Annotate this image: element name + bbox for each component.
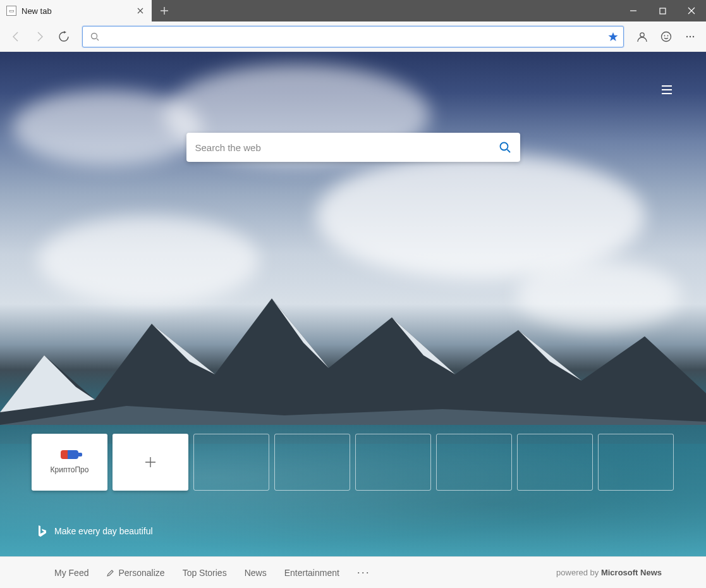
- minimize-button[interactable]: [619, 0, 648, 21]
- feed-link-personalize[interactable]: Personalize: [106, 568, 164, 578]
- svg-point-3: [662, 32, 671, 41]
- web-search-input[interactable]: [195, 142, 492, 153]
- plus-icon: [143, 455, 157, 469]
- svg-point-5: [667, 35, 669, 36]
- powered-by-prefix: powered by: [556, 568, 601, 577]
- bing-logo-icon: [37, 525, 47, 537]
- address-bar[interactable]: [82, 26, 624, 47]
- empty-tile[interactable]: [517, 434, 593, 491]
- svg-point-2: [640, 32, 644, 36]
- maximize-button[interactable]: [648, 0, 677, 21]
- personalize-label: Personalize: [118, 568, 164, 578]
- profile-button[interactable]: [631, 26, 653, 47]
- powered-by-brand: Microsoft News: [601, 568, 662, 577]
- settings-menu-button[interactable]: [679, 26, 701, 47]
- feed-link-myfeed[interactable]: My Feed: [54, 568, 88, 578]
- tab-title: New tab: [21, 6, 134, 16]
- decorative-cloud: [13, 90, 202, 166]
- pencil-icon: [106, 569, 114, 577]
- add-site-tile[interactable]: [113, 434, 188, 491]
- titlebar-drag-region[interactable]: [177, 0, 619, 21]
- favorite-star-icon[interactable]: [608, 32, 618, 42]
- new-tab-page: КриптоПро Make every day beautiful: [0, 52, 706, 556]
- browser-toolbar: [0, 21, 706, 52]
- feed-link-news[interactable]: News: [245, 568, 267, 578]
- forward-button[interactable]: [29, 26, 51, 47]
- new-tab-button[interactable]: [152, 0, 177, 21]
- bing-motto[interactable]: Make every day beautiful: [37, 525, 153, 537]
- feed-link-topstories[interactable]: Top Stories: [183, 568, 227, 578]
- empty-tile[interactable]: [598, 434, 674, 491]
- browser-tab[interactable]: ▭ New tab: [0, 0, 152, 21]
- svg-point-7: [690, 35, 691, 37]
- svg-point-4: [664, 35, 666, 36]
- empty-tile[interactable]: [274, 434, 350, 491]
- empty-tile[interactable]: [436, 434, 512, 491]
- empty-tile[interactable]: [193, 434, 269, 491]
- titlebar: ▭ New tab: [0, 0, 706, 21]
- close-tab-button[interactable]: [134, 4, 147, 17]
- site-favicon: [61, 450, 78, 459]
- svg-point-1: [92, 33, 97, 39]
- tile-label: КриптоПро: [51, 465, 89, 474]
- address-input[interactable]: [104, 32, 608, 42]
- back-button[interactable]: [5, 26, 27, 47]
- svg-point-8: [693, 35, 694, 37]
- web-search-box[interactable]: [186, 133, 520, 162]
- svg-point-9: [500, 143, 508, 150]
- feed-footer: My Feed Personalize Top Stories News Ent…: [0, 556, 706, 588]
- motto-text: Make every day beautiful: [54, 526, 153, 536]
- top-site-tile[interactable]: КриптоПро: [32, 434, 107, 491]
- page-settings-button[interactable]: [658, 81, 676, 99]
- top-sites-row: КриптоПро: [32, 434, 674, 491]
- tab-favicon: ▭: [6, 6, 16, 16]
- svg-rect-0: [660, 8, 666, 14]
- decorative-mountains: [0, 279, 706, 444]
- feed-more-button[interactable]: ···: [357, 566, 370, 579]
- empty-tile[interactable]: [355, 434, 431, 491]
- svg-point-6: [686, 35, 688, 37]
- search-submit-icon[interactable]: [499, 141, 511, 154]
- powered-by-label: powered by Microsoft News: [556, 568, 662, 577]
- refresh-button[interactable]: [53, 26, 75, 47]
- window-controls: [619, 0, 706, 21]
- feedback-button[interactable]: [655, 26, 677, 47]
- footer-links: My Feed Personalize Top Stories News Ent…: [54, 566, 370, 579]
- feed-link-entertainment[interactable]: Entertainment: [284, 568, 339, 578]
- search-icon: [90, 32, 99, 41]
- close-window-button[interactable]: [677, 0, 706, 21]
